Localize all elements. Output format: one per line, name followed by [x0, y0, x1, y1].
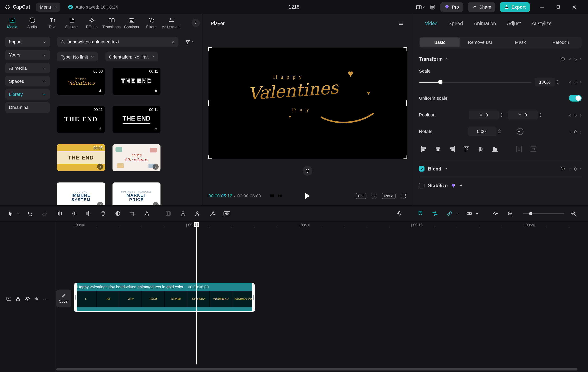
track-preview-icon[interactable]	[6, 296, 12, 302]
media-item-the-end-outline[interactable]: THE END 00:11	[113, 68, 160, 95]
selection-handle[interactable]	[406, 100, 407, 106]
select-tool-dropdown-icon[interactable]	[16, 208, 21, 219]
reset-icon[interactable]	[560, 166, 566, 171]
tab-stickers[interactable]: Stickers	[62, 17, 82, 29]
align-right-icon[interactable]	[447, 144, 457, 154]
track-more-icon[interactable]: ⋯	[43, 296, 48, 302]
fullscreen-icon[interactable]	[400, 193, 406, 199]
download-icon[interactable]	[97, 125, 103, 131]
clear-search-icon[interactable]	[171, 40, 175, 44]
sidebar-item-import[interactable]: Import	[5, 37, 50, 47]
media-item-the-end-white[interactable]: THE END 00:11	[57, 106, 105, 133]
player-menu-icon[interactable]	[398, 20, 404, 26]
share-button[interactable]: Share	[468, 2, 495, 12]
lock-track-icon[interactable]	[15, 296, 21, 302]
maximize-button[interactable]	[553, 2, 563, 12]
media-item-merry-christmas[interactable]: MerryChristmas	[113, 144, 160, 171]
link-clips-dropdown-icon[interactable]	[455, 208, 460, 219]
pro-badge-button[interactable]: Pro	[440, 2, 463, 12]
align-center-horizontal-icon[interactable]	[433, 144, 443, 154]
timeline-zoom-slider[interactable]	[523, 213, 564, 214]
zoom-out-icon[interactable]	[505, 208, 515, 219]
selection-handle[interactable]	[208, 155, 212, 159]
add-keyframe-icon[interactable]: ◇	[574, 57, 577, 61]
more-tabs-button[interactable]	[192, 19, 200, 27]
render-preview-icon[interactable]	[490, 208, 501, 219]
tab-adjustment[interactable]: Adjustment	[161, 17, 181, 29]
media-item-immune-system[interactable]: MEDICALIMMUNESYSTEM	[57, 182, 105, 205]
sidebar-item-ai-media[interactable]: AI media	[5, 63, 50, 73]
media-item-valentines[interactable]: HappyValentines 00:08	[57, 68, 105, 95]
preview-canvas[interactable]: Happy Valentines Day ♥ ♥ ♥ ♥	[209, 48, 407, 159]
expand-stabilize-icon[interactable]	[459, 184, 463, 187]
align-top-icon[interactable]	[462, 144, 472, 154]
scale-slider[interactable]	[419, 81, 531, 83]
main-track-magnet-icon[interactable]	[415, 208, 425, 219]
add-keyframe-icon[interactable]: ◇	[574, 166, 577, 171]
position-y-field[interactable]: Y0	[508, 111, 538, 120]
tab-speed[interactable]: Speed	[448, 20, 463, 26]
tab-text[interactable]: Text	[42, 17, 62, 29]
position-y-stepper[interactable]	[539, 113, 542, 117]
orientation-filter-dropdown[interactable]: Orientation: No limit	[105, 52, 158, 61]
subtab-mask[interactable]: Mask	[500, 38, 540, 47]
tab-animation[interactable]: Animation	[474, 20, 496, 26]
uniform-scale-toggle[interactable]	[569, 95, 581, 101]
scale-value-field[interactable]: 100%	[535, 78, 555, 86]
straighten-icon[interactable]	[142, 208, 152, 219]
delete-left-icon[interactable]	[69, 208, 79, 219]
toggle-visibility-icon[interactable]	[24, 296, 30, 302]
sidebar-item-spaces[interactable]: Spaces	[5, 76, 50, 86]
fit-canvas-icon[interactable]	[371, 193, 377, 199]
selection-handle[interactable]	[403, 155, 407, 159]
prev-keyframe-icon[interactable]: ‹	[569, 129, 571, 134]
download-icon[interactable]	[153, 87, 159, 93]
subtab-basic[interactable]: Basic	[420, 38, 460, 47]
horizontal-scrollbar[interactable]	[56, 368, 578, 371]
filmstrip-icon[interactable]	[269, 193, 275, 199]
frame-grid-icon[interactable]	[277, 193, 283, 199]
scale-slider-knob[interactable]	[438, 80, 442, 84]
mask-icon[interactable]	[113, 208, 123, 219]
freeze-frame-icon[interactable]	[163, 208, 174, 219]
rotate-handle[interactable]	[302, 166, 312, 176]
search-input[interactable]	[68, 39, 169, 45]
align-middle-vertical-icon[interactable]	[476, 144, 486, 154]
next-keyframe-icon[interactable]: ›	[580, 79, 582, 85]
tab-captions[interactable]: Captions	[121, 17, 141, 29]
sidebar-item-library[interactable]: Library	[5, 89, 50, 100]
hd-quality-icon[interactable]: HD	[222, 208, 232, 219]
crop-icon[interactable]	[127, 208, 138, 219]
subtab-retouch[interactable]: Retouch	[541, 38, 581, 47]
download-icon[interactable]	[97, 164, 103, 170]
reset-icon[interactable]	[560, 56, 566, 61]
next-keyframe-icon[interactable]: ›	[580, 166, 582, 171]
delete-icon[interactable]	[98, 208, 108, 219]
position-x-stepper[interactable]	[500, 113, 503, 117]
blend-checkbox[interactable]	[419, 166, 425, 171]
prev-keyframe-icon[interactable]: ‹	[569, 79, 571, 85]
expand-blend-icon[interactable]	[445, 167, 448, 170]
rotate-value-field[interactable]: 0.00°	[468, 127, 496, 136]
tab-ai-stylize[interactable]: AI stylize	[532, 20, 552, 26]
prev-keyframe-icon[interactable]: ‹	[569, 166, 571, 171]
subtab-remove-bg[interactable]: Remove BG	[460, 38, 500, 47]
timeline[interactable]: 00:00 00:05 00:10 00:15 00:20 ⋯ Cover Ha…	[0, 222, 588, 372]
distribute-vertical-icon[interactable]	[528, 144, 538, 154]
menu-button[interactable]: Menu	[36, 2, 60, 11]
sidebar-item-yours[interactable]: Yours	[5, 50, 50, 60]
download-icon[interactable]	[153, 125, 159, 131]
playhead[interactable]	[196, 222, 197, 364]
add-keyframe-icon[interactable]: ◇	[574, 129, 577, 134]
undo-icon[interactable]	[25, 208, 35, 219]
delete-right-icon[interactable]	[83, 208, 94, 219]
clip-trim-handle-left[interactable]	[74, 283, 77, 312]
tab-video[interactable]: Video	[425, 20, 438, 26]
edit-cover-button[interactable]: Cover	[56, 290, 71, 307]
add-keyframe-icon[interactable]: ◇	[574, 80, 577, 84]
mute-track-icon[interactable]	[34, 296, 39, 302]
minimize-button[interactable]	[536, 2, 547, 12]
position-x-field[interactable]: X0	[469, 111, 499, 120]
filter-button[interactable]	[185, 39, 195, 45]
track-split-dropdown-icon[interactable]	[475, 208, 479, 219]
